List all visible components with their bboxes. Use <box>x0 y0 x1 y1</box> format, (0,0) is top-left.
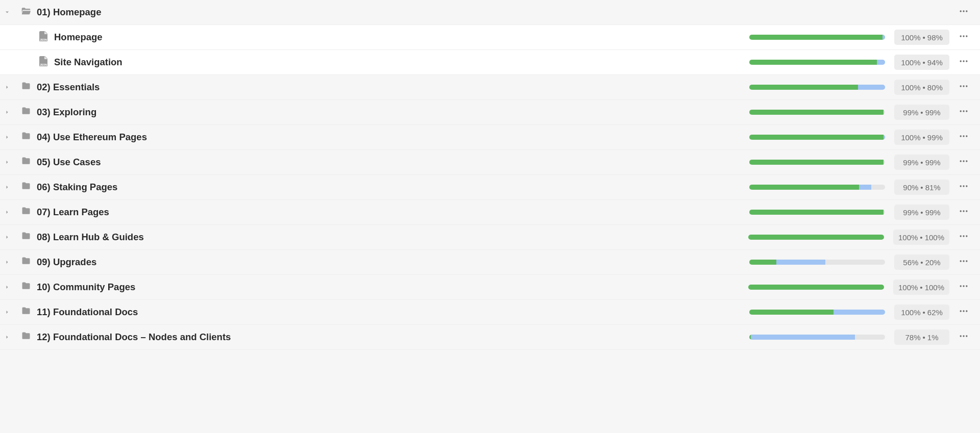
stats-pill: 100%•62% <box>894 304 949 320</box>
folder-row[interactable]: 05) Use Cases99%•99% <box>0 150 980 175</box>
progress-segment-approved <box>749 135 884 140</box>
separator-dot: • <box>923 333 925 342</box>
folder-row[interactable]: 10) Community Pages100%•100% <box>0 275 980 300</box>
stats-pill: 100%•99% <box>894 130 949 145</box>
more-menu-button[interactable] <box>957 255 971 269</box>
more-menu-button[interactable] <box>957 80 971 94</box>
stat-translated: 100% <box>898 233 918 242</box>
expand-toggle[interactable] <box>0 309 14 315</box>
chevron-right-icon <box>4 334 10 340</box>
progress-segment-approved <box>749 210 884 215</box>
separator-dot: • <box>923 308 925 317</box>
item-name: Homepage <box>51 32 749 43</box>
folder-icon <box>18 331 34 343</box>
progress-segment-approved <box>749 310 834 315</box>
dots-horizontal-icon <box>959 331 969 343</box>
folder-row[interactable]: 11) Foundational Docs100%•62% <box>0 300 980 325</box>
progress-bar <box>749 60 885 65</box>
more-menu-button[interactable] <box>957 55 971 69</box>
folder-icon <box>18 181 34 193</box>
progress-segment-approved <box>749 85 858 90</box>
progress-bar <box>749 135 885 140</box>
folder-open-icon <box>18 6 34 18</box>
progress-bar <box>749 160 885 165</box>
progress-segment-translated <box>776 260 825 265</box>
expand-toggle[interactable] <box>0 84 14 90</box>
folder-row[interactable]: 09) Upgrades56%•20% <box>0 250 980 275</box>
separator-dot: • <box>923 58 925 67</box>
expand-toggle[interactable] <box>0 184 14 190</box>
more-menu-button[interactable] <box>957 280 971 294</box>
chevron-right-icon <box>4 209 10 215</box>
expand-toggle[interactable] <box>0 284 14 290</box>
dots-horizontal-icon <box>959 31 969 43</box>
dots-horizontal-icon <box>959 306 969 318</box>
expand-toggle[interactable] <box>0 259 14 265</box>
folder-row[interactable]: 01) Homepage <box>0 0 980 25</box>
folder-row[interactable]: 07) Learn Pages99%•99% <box>0 200 980 225</box>
progress-segment-approved <box>748 285 884 290</box>
progress-segment-translated <box>859 185 871 190</box>
expand-toggle[interactable] <box>0 234 14 240</box>
chevron-right-icon <box>4 309 10 315</box>
progress-bar <box>748 235 884 240</box>
folder-row[interactable]: 04) Use Ethereum Pages100%•99% <box>0 125 980 150</box>
progress-segment-translated <box>883 35 885 40</box>
progress-bar <box>749 335 885 340</box>
item-name: 08) Learn Hub & Guides <box>34 232 748 243</box>
expand-toggle[interactable] <box>0 109 14 115</box>
expand-toggle[interactable] <box>0 209 14 215</box>
more-menu-button[interactable] <box>957 30 971 44</box>
expand-toggle[interactable] <box>0 134 14 140</box>
separator-dot: • <box>920 108 923 117</box>
progress-segment-approved <box>749 160 884 165</box>
more-menu-button[interactable] <box>957 105 971 119</box>
separator-dot: • <box>920 283 922 292</box>
folder-row[interactable]: 02) Essentials100%•80% <box>0 75 980 100</box>
progress-segment-approved <box>749 185 859 190</box>
more-menu-button[interactable] <box>957 5 971 19</box>
folder-icon <box>18 281 34 293</box>
stat-translated: 90% <box>903 183 918 192</box>
folder-row[interactable]: 06) Staking Pages90%•81% <box>0 175 980 200</box>
more-menu-button[interactable] <box>957 130 971 144</box>
separator-dot: • <box>920 158 923 167</box>
folder-icon <box>18 106 34 118</box>
folder-icon <box>18 306 34 318</box>
separator-dot: • <box>923 83 925 92</box>
stat-translated: 100% <box>901 308 920 317</box>
more-menu-button[interactable] <box>957 305 971 319</box>
chevron-right-icon <box>4 284 10 290</box>
more-menu-button[interactable] <box>957 230 971 244</box>
expand-toggle[interactable] <box>0 334 14 340</box>
dots-horizontal-icon <box>959 81 969 93</box>
item-name: 03) Exploring <box>34 107 749 118</box>
stat-translated: 99% <box>903 158 918 167</box>
dots-horizontal-icon <box>959 156 969 168</box>
dots-horizontal-icon <box>959 281 969 293</box>
folder-row[interactable]: 03) Exploring99%•99% <box>0 100 980 125</box>
progress-bar <box>749 185 885 190</box>
item-name: 12) Foundational Docs – Nodes and Client… <box>34 332 749 343</box>
item-name: 01) Homepage <box>34 7 749 18</box>
more-menu-button[interactable] <box>957 205 971 219</box>
folder-row[interactable]: 08) Learn Hub & Guides100%•100% <box>0 225 980 250</box>
file-row[interactable]: Site Navigation100%•94% <box>0 50 980 75</box>
dots-horizontal-icon <box>959 6 969 18</box>
more-menu-button[interactable] <box>957 180 971 194</box>
item-name: 11) Foundational Docs <box>34 307 749 318</box>
more-menu-button[interactable] <box>957 155 971 169</box>
stat-approved: 99% <box>925 208 941 217</box>
collapse-toggle[interactable] <box>0 9 14 15</box>
separator-dot: • <box>920 208 923 217</box>
file-row[interactable]: Homepage100%•98% <box>0 25 980 50</box>
separator-dot: • <box>920 233 922 242</box>
expand-toggle[interactable] <box>0 159 14 165</box>
item-name: 06) Staking Pages <box>34 182 749 193</box>
stat-translated: 56% <box>903 258 918 267</box>
stats-pill: 100%•94% <box>894 55 949 70</box>
more-menu-button[interactable] <box>957 330 971 344</box>
stats-pill: 100%•100% <box>893 230 949 245</box>
folder-row[interactable]: 12) Foundational Docs – Nodes and Client… <box>0 325 980 350</box>
file-tree: 01) HomepageHomepage100%•98%Site Navigat… <box>0 0 980 350</box>
